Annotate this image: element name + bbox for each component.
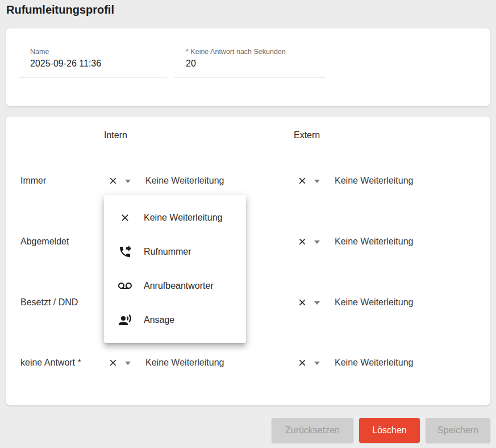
chevron-down-icon (314, 361, 320, 366)
menu-item-keine-weiterleitung[interactable]: Keine Weiterleitung (104, 201, 246, 235)
row-label: keine Antwort * (20, 358, 81, 368)
close-icon (297, 237, 307, 247)
voicemail-icon (118, 279, 132, 293)
name-input[interactable] (19, 59, 168, 69)
row-label: Besetzt / DND (20, 297, 78, 308)
phone-forwarded-icon (118, 245, 132, 259)
no-answer-seconds-field-wrapper: * Keine Antwort nach Sekunden (174, 48, 326, 77)
extern-forwarding-select[interactable] (297, 175, 330, 188)
extern-forwarding-select[interactable] (297, 356, 330, 370)
close-icon (108, 176, 118, 186)
intern-forwarding-select[interactable] (108, 175, 141, 188)
chevron-down-icon (314, 179, 320, 184)
name-field-label: Name (19, 48, 168, 56)
delete-button[interactable]: Löschen (359, 418, 420, 443)
menu-item-anrufbeantworter[interactable]: Anrufbeantworter (104, 269, 246, 303)
extern-forwarding-select[interactable] (297, 235, 330, 249)
column-header-extern: Extern (294, 130, 320, 140)
close-icon (108, 358, 118, 368)
action-bar: Zurücksetzen Löschen Speichern (272, 418, 490, 443)
table-row-keine-antwort: keine Antwort * Keine Weiterleitung Kein… (6, 356, 490, 370)
close-icon (297, 297, 307, 308)
chevron-down-icon (124, 361, 131, 366)
menu-item-label: Rufnummer (144, 247, 191, 257)
no-answer-seconds-label: * Keine Antwort nach Sekunden (174, 48, 326, 56)
close-icon (297, 176, 307, 186)
chevron-down-icon (314, 301, 320, 305)
name-field-wrapper: Name (19, 48, 168, 77)
menu-item-label: Ansage (144, 315, 174, 325)
forwarding-table-card: Intern Extern Immer Keine Weiterleitung … (6, 117, 490, 405)
forwarding-options-menu: Keine Weiterleitung Rufnummer Anrufbeant… (104, 195, 246, 343)
menu-item-label: Keine Weiterleitung (144, 213, 222, 223)
column-header-intern: Intern (104, 130, 127, 140)
record-voice-over-icon (118, 313, 132, 327)
extern-forwarding-value: Keine Weiterleitung (335, 297, 413, 308)
chevron-down-icon (314, 240, 320, 244)
chevron-down-icon (124, 179, 131, 184)
table-row-besetzt-dnd: Besetzt / DND Keine Weiterleitung Keine … (6, 296, 490, 310)
page-title: Rufumleitungsprofil (6, 3, 114, 16)
menu-item-ansage[interactable]: Ansage (104, 303, 246, 337)
close-icon (297, 358, 307, 368)
table-row-immer: Immer Keine Weiterleitung Keine Weiterle… (6, 175, 490, 188)
intern-forwarding-value: Keine Weiterleitung (145, 358, 224, 368)
extern-forwarding-value: Keine Weiterleitung (335, 237, 413, 247)
extern-forwarding-value: Keine Weiterleitung (335, 358, 413, 368)
profile-card: Name * Keine Antwort nach Sekunden (6, 28, 490, 106)
intern-forwarding-select[interactable] (108, 356, 141, 370)
reset-button[interactable]: Zurücksetzen (272, 418, 353, 443)
close-icon (118, 211, 132, 225)
menu-item-rufnummer[interactable]: Rufnummer (104, 235, 246, 269)
menu-item-label: Anrufbeantworter (144, 281, 214, 291)
extern-forwarding-value: Keine Weiterleitung (335, 176, 413, 186)
no-answer-seconds-input[interactable] (174, 59, 326, 69)
save-button[interactable]: Speichern (426, 418, 490, 443)
extern-forwarding-select[interactable] (297, 296, 330, 310)
table-row-abgemeldet: Abgemeldet Keine Weiterleitung Keine Wei… (6, 235, 490, 249)
row-label: Abgemeldet (20, 237, 69, 247)
intern-forwarding-value: Keine Weiterleitung (145, 176, 224, 186)
row-label: Immer (20, 176, 46, 186)
